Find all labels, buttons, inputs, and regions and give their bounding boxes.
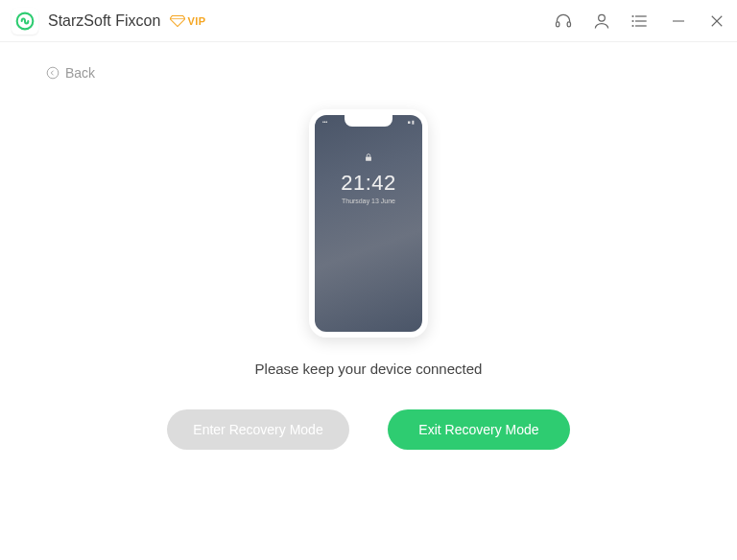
device-mockup: ••• ■ ▮ 21:42 Thursday 13 June: [309, 109, 428, 338]
svg-point-9: [632, 25, 633, 26]
enter-recovery-button: Enter Recovery Mode: [167, 409, 349, 450]
svg-point-7: [632, 15, 633, 16]
main-stage: ••• ■ ▮ 21:42 Thursday 13 June Please ke…: [38, 71, 699, 450]
app-window: StarzSoft Fixcon VIP: [0, 0, 737, 560]
content-area: Back ••• ■ ▮ 21:42: [0, 42, 737, 560]
vip-badge: VIP: [170, 15, 205, 27]
title-bar-left: StarzSoft Fixcon VIP: [12, 8, 206, 35]
minimize-button[interactable]: [668, 11, 689, 32]
action-buttons: Enter Recovery Mode Exit Recovery Mode: [167, 409, 570, 450]
status-battery: ■ ▮: [408, 119, 415, 125]
svg-point-3: [599, 14, 606, 21]
chevron-left-icon: [46, 66, 59, 80]
vip-badge-label: VIP: [187, 15, 205, 27]
svg-rect-2: [567, 21, 570, 26]
device-notch: [345, 115, 392, 127]
lock-icon: [364, 150, 373, 167]
close-button[interactable]: [706, 11, 727, 32]
svg-point-13: [47, 67, 59, 79]
title-bar: StarzSoft Fixcon VIP: [0, 0, 737, 42]
user-icon[interactable]: [591, 11, 612, 32]
app-title: StarzSoft Fixcon: [48, 12, 160, 30]
back-button[interactable]: Back: [46, 65, 95, 81]
device-date: Thursday 13 June: [342, 198, 395, 204]
device-screen: ••• ■ ▮ 21:42 Thursday 13 June: [315, 115, 422, 332]
exit-recovery-button[interactable]: Exit Recovery Mode: [388, 409, 570, 450]
svg-point-8: [632, 20, 633, 21]
title-bar-right: [553, 11, 727, 32]
support-icon[interactable]: [553, 11, 574, 32]
menu-icon[interactable]: [630, 11, 651, 32]
back-label: Back: [65, 65, 95, 81]
device-time: 21:42: [341, 171, 396, 196]
vip-diamond-icon: [170, 15, 185, 27]
svg-rect-1: [557, 21, 559, 26]
logo-icon: [15, 12, 35, 31]
app-logo: [12, 8, 38, 35]
svg-rect-14: [366, 157, 371, 161]
instruction-text: Please keep your device connected: [255, 361, 483, 377]
status-signal: •••: [322, 119, 327, 125]
